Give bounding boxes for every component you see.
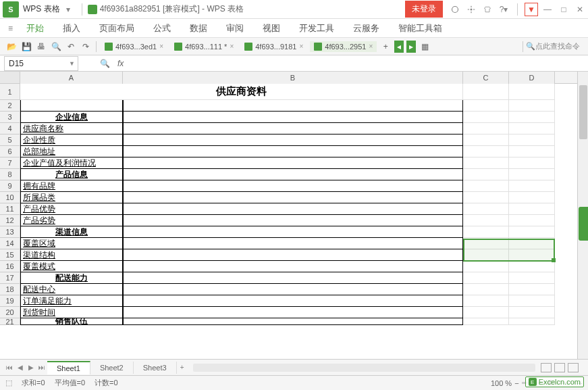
- cell-label[interactable]: 总部地址: [20, 146, 123, 157]
- sheet-body[interactable]: A B C D 1供应商资料23企业信息4供应商名称5企业性质6总部地址7企业产…: [0, 72, 577, 359]
- cell[interactable]: [463, 307, 509, 318]
- cell[interactable]: [509, 261, 555, 272]
- fx-icon[interactable]: fx: [117, 59, 124, 68]
- cell-value[interactable]: [123, 157, 463, 169]
- row-header[interactable]: 1: [0, 84, 20, 100]
- cell[interactable]: [463, 100, 509, 112]
- first-sheet-icon[interactable]: ⏮: [4, 362, 15, 373]
- col-header-D[interactable]: D: [509, 72, 555, 84]
- cell-value[interactable]: [123, 180, 463, 192]
- cell[interactable]: [509, 249, 555, 261]
- cell-value[interactable]: [123, 318, 463, 325]
- cell[interactable]: [509, 307, 555, 318]
- cell-label[interactable]: 渠道结构: [20, 249, 123, 261]
- name-box-dropdown-icon[interactable]: ▼: [69, 60, 75, 67]
- cell-label[interactable]: 渠道信息: [20, 226, 123, 238]
- cell-value[interactable]: [123, 135, 463, 146]
- row-header[interactable]: 13: [0, 226, 20, 238]
- cell[interactable]: [509, 169, 555, 180]
- row-header[interactable]: 15: [0, 249, 20, 261]
- cell-value[interactable]: [123, 112, 463, 123]
- row-header[interactable]: 16: [0, 261, 20, 272]
- doc-tab-3[interactable]: 4f693...9181×: [240, 41, 307, 52]
- menu-devtools[interactable]: 开发工具: [290, 20, 344, 37]
- row-header[interactable]: 11: [0, 203, 20, 215]
- cell-label[interactable]: 产品信息: [20, 169, 123, 180]
- cell-value[interactable]: [123, 261, 463, 272]
- close-tab-icon[interactable]: ×: [159, 43, 163, 50]
- cell[interactable]: [509, 192, 555, 203]
- cell[interactable]: [509, 226, 555, 238]
- cell-label[interactable]: 产品劣势: [20, 215, 123, 226]
- cell-value[interactable]: [123, 146, 463, 157]
- row-header[interactable]: 7: [0, 157, 20, 169]
- row-header[interactable]: 20: [0, 307, 20, 318]
- preview-icon[interactable]: 🔍: [50, 41, 62, 53]
- cell[interactable]: [509, 238, 555, 249]
- cell[interactable]: [509, 215, 555, 226]
- restore-down-icon[interactable]: ▼: [525, 3, 538, 16]
- cell[interactable]: [463, 284, 509, 295]
- zoom-level[interactable]: 100 %: [491, 379, 512, 387]
- view-reading-icon[interactable]: [568, 363, 579, 372]
- cell[interactable]: [509, 123, 555, 135]
- cell[interactable]: [509, 284, 555, 295]
- help-icon[interactable]: ?▾: [497, 3, 510, 16]
- view-pagebreak-icon[interactable]: [554, 363, 565, 372]
- close-tab-icon[interactable]: ×: [369, 43, 373, 50]
- menu-pagelayout[interactable]: 页面布局: [90, 20, 144, 37]
- cell[interactable]: [509, 203, 555, 215]
- row-header[interactable]: 19: [0, 295, 20, 307]
- cell[interactable]: [509, 112, 555, 123]
- sync-icon[interactable]: [448, 3, 462, 16]
- cell-value[interactable]: [123, 215, 463, 226]
- row-header[interactable]: 4: [0, 123, 20, 135]
- cell-label[interactable]: 供应商名称: [20, 123, 123, 135]
- row-header[interactable]: 12: [0, 215, 20, 226]
- cell[interactable]: [463, 226, 509, 238]
- menu-insert[interactable]: 插入: [53, 20, 90, 37]
- cell[interactable]: [509, 272, 555, 284]
- search-command[interactable]: 🔍 点此查找命令: [526, 41, 580, 51]
- cell-value[interactable]: [123, 123, 463, 135]
- menu-view[interactable]: 视图: [253, 20, 290, 37]
- cell-label[interactable]: 产品优势: [20, 203, 123, 215]
- cell[interactable]: [463, 169, 509, 180]
- next-sheet-icon[interactable]: ▶: [26, 362, 36, 373]
- close-tab-icon[interactable]: ×: [299, 43, 303, 50]
- cell[interactable]: [463, 238, 509, 249]
- cell-value[interactable]: [123, 284, 463, 295]
- menu-formula[interactable]: 公式: [144, 20, 180, 37]
- name-box[interactable]: D15 ▼: [4, 56, 78, 71]
- skin-icon[interactable]: [481, 3, 494, 16]
- cell-value[interactable]: [123, 307, 463, 318]
- doc-tab-4[interactable]: 4f693...2951×: [310, 41, 377, 52]
- row-header[interactable]: 17: [0, 272, 20, 284]
- scrollbar-thumb[interactable]: [579, 85, 587, 139]
- tab-nav-left-icon[interactable]: ◂: [394, 41, 404, 53]
- row-header[interactable]: 21: [0, 318, 20, 325]
- cell-value[interactable]: [123, 295, 463, 307]
- col-header-A[interactable]: A: [20, 72, 123, 84]
- cell[interactable]: [463, 123, 509, 135]
- app-dropdown-icon[interactable]: ▾: [61, 3, 75, 16]
- cell-label[interactable]: 拥有品牌: [20, 180, 123, 192]
- menu-data[interactable]: 数据: [180, 20, 217, 37]
- cell[interactable]: [463, 215, 509, 226]
- add-sheet-icon[interactable]: +: [177, 362, 188, 373]
- row-header[interactable]: 18: [0, 284, 20, 295]
- cell-value[interactable]: [123, 226, 463, 238]
- login-button[interactable]: 未登录: [405, 1, 443, 18]
- title-cell[interactable]: 供应商资料: [20, 84, 463, 100]
- hamburger-icon[interactable]: ≡: [8, 24, 13, 33]
- cell[interactable]: [509, 135, 555, 146]
- cell-label[interactable]: 覆盖区域: [20, 238, 123, 249]
- select-all-corner[interactable]: [0, 72, 20, 84]
- cell-label[interactable]: 配送中心: [20, 284, 123, 295]
- cell-label[interactable]: 企业性质: [20, 135, 123, 146]
- prev-sheet-icon[interactable]: ◀: [15, 362, 26, 373]
- cell-label[interactable]: 所属品类: [20, 192, 123, 203]
- side-panel-tab[interactable]: [579, 207, 588, 241]
- horizontal-scrollbar[interactable]: [193, 364, 535, 372]
- cell-value[interactable]: [123, 100, 463, 112]
